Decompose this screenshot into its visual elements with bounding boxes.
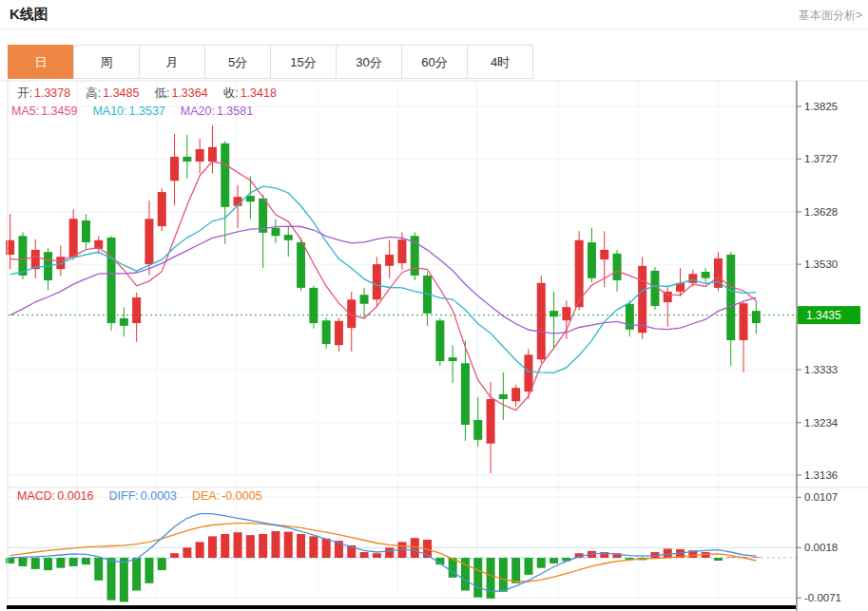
candle xyxy=(145,219,153,264)
candle xyxy=(158,192,166,226)
candle xyxy=(726,255,735,340)
candle xyxy=(397,239,406,263)
candle xyxy=(132,297,141,323)
candle xyxy=(246,196,255,201)
macd-bar xyxy=(234,532,242,558)
macd-bar xyxy=(44,558,52,570)
macd-bar xyxy=(94,558,103,581)
candle xyxy=(461,363,470,425)
candle xyxy=(550,311,558,316)
y-axis-label: 1.3136 xyxy=(804,469,838,481)
macd-bar xyxy=(18,558,27,566)
candle xyxy=(322,320,331,344)
candle xyxy=(360,295,369,304)
candle xyxy=(271,228,280,236)
macd-bar xyxy=(31,558,40,569)
candle xyxy=(196,149,204,162)
candle xyxy=(499,394,508,399)
macd-bar xyxy=(82,558,90,564)
candle xyxy=(18,236,27,276)
macd-bar xyxy=(132,558,141,591)
macd-bar xyxy=(487,558,495,599)
macd-bar xyxy=(170,553,179,558)
current-price-tag-label: 1.3435 xyxy=(806,309,841,322)
candle xyxy=(562,307,570,320)
candle xyxy=(31,250,40,269)
candle xyxy=(208,147,217,162)
candle xyxy=(385,255,394,266)
candle xyxy=(600,250,608,259)
macd-bar xyxy=(271,531,280,558)
candle xyxy=(638,266,646,333)
candle xyxy=(688,274,697,283)
candle xyxy=(435,320,444,361)
macd-bar xyxy=(550,558,558,563)
macd-bar xyxy=(221,534,229,558)
candle xyxy=(702,272,710,278)
candle xyxy=(221,143,229,207)
candle xyxy=(284,235,293,240)
macd-bar xyxy=(524,558,532,575)
macd-bar xyxy=(284,532,293,558)
macd-bar xyxy=(664,548,672,558)
macd-bar xyxy=(158,558,166,570)
candle xyxy=(309,288,318,323)
macd-axis-label: 0.0018 xyxy=(804,542,838,553)
candle xyxy=(335,321,343,345)
macd-bar xyxy=(511,558,520,583)
macd-bar xyxy=(183,547,191,558)
macd-bar xyxy=(360,552,369,558)
candle xyxy=(740,303,748,340)
macd-bar xyxy=(752,557,761,558)
candle xyxy=(588,242,596,278)
macd-bar xyxy=(385,547,394,558)
candle xyxy=(69,219,78,257)
candle xyxy=(120,318,128,326)
candle xyxy=(473,420,482,440)
y-axis-label: 1.3628 xyxy=(804,206,838,218)
y-axis-label: 1.3727 xyxy=(804,153,838,164)
macd-bar xyxy=(145,558,153,583)
candle xyxy=(537,283,546,360)
candle xyxy=(82,220,90,242)
macd-bar xyxy=(499,558,508,592)
macd-bar xyxy=(120,558,128,601)
kline-chart[interactable]: 1.38251.37271.36281.35301.33331.32341.31… xyxy=(0,0,868,611)
candle xyxy=(297,242,305,288)
macd-bar xyxy=(56,558,65,568)
candle xyxy=(613,254,622,280)
macd-bar xyxy=(726,557,735,558)
candle xyxy=(259,199,267,233)
y-axis-label: 1.3234 xyxy=(804,417,839,429)
macd-bar xyxy=(322,539,331,558)
macd-bar xyxy=(297,534,305,558)
macd-bar xyxy=(208,536,217,558)
candle xyxy=(183,157,191,162)
macd-bar xyxy=(259,534,267,558)
macd-bar xyxy=(714,558,723,561)
candle xyxy=(170,157,179,181)
y-axis-label: 1.3825 xyxy=(804,101,838,112)
macd-bar xyxy=(107,558,116,601)
candle xyxy=(449,357,457,361)
macd-bar xyxy=(309,536,318,558)
kline-page: K线图 基本面分析> 日周月5分15分30分60分4时 1.38251.3727… xyxy=(0,0,868,611)
macd-axis-label: 0.0107 xyxy=(804,491,838,503)
macd-bar xyxy=(196,542,204,558)
candle xyxy=(373,264,381,299)
candle xyxy=(487,399,495,444)
scrollbar[interactable] xyxy=(7,605,796,609)
macd-bar xyxy=(537,558,546,568)
candle xyxy=(347,299,356,328)
macd-bar xyxy=(473,558,482,598)
candle xyxy=(511,388,520,401)
macd-bar xyxy=(69,558,78,566)
candle xyxy=(524,354,532,391)
macd-bar xyxy=(246,535,255,558)
y-axis-label: 1.3530 xyxy=(804,258,838,270)
candle xyxy=(107,238,116,323)
macd-bar xyxy=(373,553,381,558)
y-axis-label: 1.3333 xyxy=(804,364,838,375)
candle xyxy=(752,311,761,323)
macd-axis-label: -0.0071 xyxy=(804,592,841,603)
